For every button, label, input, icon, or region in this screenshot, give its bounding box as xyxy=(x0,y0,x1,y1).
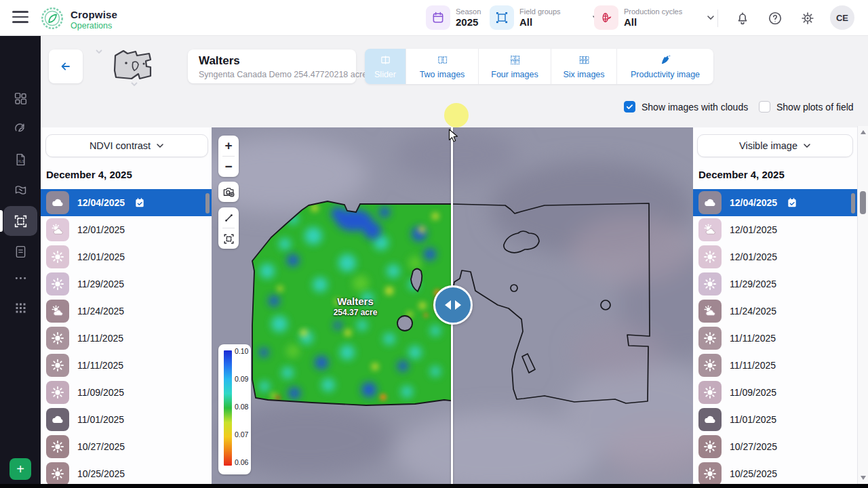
back-button[interactable] xyxy=(49,49,83,83)
crop-rotation-icon xyxy=(14,122,28,136)
sun-icon xyxy=(51,359,64,372)
image-date-item[interactable]: 11/09/2025 xyxy=(41,379,212,406)
image-thumbnail xyxy=(698,327,722,350)
image-date-item[interactable]: 12/04/2025 xyxy=(41,189,212,216)
image-date-item[interactable]: 12/01/2025 xyxy=(41,216,212,243)
sidebar-item-apps[interactable] xyxy=(0,294,41,321)
tab-productivity[interactable]: Productivity image xyxy=(617,49,713,84)
zoom-out-button[interactable]: − xyxy=(218,157,239,177)
image-date-item[interactable]: 11/01/2025 xyxy=(41,406,212,433)
tab-slider[interactable]: Slider xyxy=(365,49,406,84)
sun-cloud-icon xyxy=(703,304,717,318)
image-date-item[interactable]: 11/24/2025 xyxy=(693,298,857,325)
image-date-item[interactable]: 11/11/2025 xyxy=(693,352,857,379)
image-date-item[interactable]: 11/11/2025 xyxy=(41,352,212,379)
image-date-item[interactable]: 10/25/2025 xyxy=(693,460,857,484)
show-plots-checkbox[interactable] xyxy=(759,101,770,113)
cloud-icon xyxy=(51,413,64,426)
image-date-item[interactable]: 12/01/2025 xyxy=(41,243,212,270)
chevron-down-icon xyxy=(707,14,715,22)
snapshot-control xyxy=(218,182,239,202)
image-date-item[interactable]: 11/09/2025 xyxy=(693,379,857,406)
image-date-item[interactable]: 12/01/2025 xyxy=(693,243,857,270)
page-scrollbar[interactable] xyxy=(857,126,868,484)
image-thumbnail xyxy=(46,381,69,404)
image-thumbnail xyxy=(46,191,69,214)
scroll-down-icon[interactable] xyxy=(861,476,866,480)
notifications-bell-icon[interactable] xyxy=(735,11,750,26)
field-map-label: Walters 254.37 acre xyxy=(308,296,403,317)
image-thumbnail xyxy=(698,435,722,458)
image-date-item[interactable]: 11/24/2025 xyxy=(41,298,212,325)
add-button[interactable]: + xyxy=(9,458,31,480)
field-map-name: Walters xyxy=(308,296,403,307)
tab-label: Productivity image xyxy=(631,70,700,79)
image-date: 10/27/2025 xyxy=(77,441,125,452)
image-date: 11/01/2025 xyxy=(730,414,776,425)
image-date-item[interactable]: 11/29/2025 xyxy=(41,270,212,298)
add-photo-button[interactable] xyxy=(218,182,239,202)
scroll-up-icon[interactable] xyxy=(861,130,866,134)
sidebar-item-fields[interactable] xyxy=(0,207,41,235)
field-groups-selector[interactable]: Field groups All xyxy=(490,5,600,30)
image-date-item[interactable]: 10/27/2025 xyxy=(41,433,212,460)
production-cycles-selector[interactable]: Production cycles All xyxy=(594,5,715,30)
image-date: 11/29/2025 xyxy=(77,279,124,289)
image-thumbnail xyxy=(46,462,69,484)
image-date-item[interactable]: 12/04/2025 xyxy=(693,189,857,216)
zoom-in-button[interactable]: + xyxy=(218,136,239,156)
sidebar-item-notes[interactable] xyxy=(0,238,41,265)
notes-icon xyxy=(14,245,28,259)
field-subtitle: Syngenta Canada Demo 254.47720218 acre xyxy=(199,70,356,79)
slider-icon xyxy=(380,54,391,68)
right-layer-dropdown[interactable]: Visible image xyxy=(697,134,853,157)
page-scrollbar-thumb[interactable] xyxy=(860,191,866,214)
field-title: Walters xyxy=(199,54,356,68)
image-date: 12/04/2025 xyxy=(77,197,125,208)
image-date-item[interactable]: 11/11/2025 xyxy=(41,325,212,352)
compare-slider-handle[interactable] xyxy=(433,285,473,325)
app-sidebar: XLS + xyxy=(0,36,41,488)
menu-icon[interactable] xyxy=(12,11,28,24)
tab-two-images[interactable]: Two images xyxy=(406,49,478,84)
top-header: Cropwise Operations Season 2025 Field gr… xyxy=(0,0,868,36)
help-icon[interactable] xyxy=(768,11,783,26)
image-date: 11/11/2025 xyxy=(77,360,123,371)
tab-six-images[interactable]: Six images xyxy=(551,49,616,84)
cloud-icon xyxy=(51,196,64,209)
sidebar-item-more[interactable] xyxy=(0,264,41,291)
list-scrollbar-thumb[interactable] xyxy=(205,193,210,214)
tab-four-images[interactable]: Four images xyxy=(479,49,551,84)
arrow-left-icon xyxy=(59,60,73,73)
settings-gear-icon[interactable] xyxy=(800,11,815,26)
field-groups-value: All xyxy=(519,16,561,28)
sidebar-item-dashboard[interactable] xyxy=(0,85,41,112)
sidebar-item-map[interactable] xyxy=(0,176,41,203)
image-thumbnail xyxy=(46,435,69,458)
image-thumbnail xyxy=(698,218,722,241)
more-dots-icon xyxy=(14,271,28,285)
image-date-item[interactable]: 11/11/2025 xyxy=(693,325,857,352)
show-clouds-checkbox[interactable] xyxy=(624,101,635,113)
sun-icon xyxy=(703,277,717,291)
image-date-item[interactable]: 10/27/2025 xyxy=(693,433,857,460)
sidebar-item-crop-rotation[interactable] xyxy=(0,115,41,142)
map-compare-view[interactable]: Walters 254.37 acre + − 0.100 xyxy=(212,127,693,484)
image-date-item[interactable]: 12/01/2025 xyxy=(693,216,857,243)
image-date-item[interactable]: 11/29/2025 xyxy=(693,270,857,298)
show-plots-option[interactable]: Show plots of field xyxy=(759,101,854,113)
field-prev-icon xyxy=(95,47,103,56)
show-clouds-option[interactable]: Show images with clouds xyxy=(624,101,748,113)
measure-distance-button[interactable] xyxy=(218,207,239,228)
sun-icon xyxy=(703,467,717,481)
image-date-item[interactable]: 10/25/2025 xyxy=(41,460,212,484)
season-selector[interactable]: Season 2025 xyxy=(426,5,481,30)
measure-area-button[interactable] xyxy=(218,228,239,249)
sidebar-item-xls-reports[interactable]: XLS xyxy=(0,146,41,173)
slider-left-arrow-icon xyxy=(445,300,451,310)
avatar[interactable]: CE xyxy=(830,5,854,30)
left-layer-dropdown[interactable]: NDVI contrast xyxy=(45,134,208,157)
left-image-list: 12/04/202512/01/202512/01/202511/29/2025… xyxy=(41,189,212,484)
list-scrollbar-thumb[interactable] xyxy=(851,193,855,214)
image-date-item[interactable]: 11/01/2025 xyxy=(693,406,857,433)
